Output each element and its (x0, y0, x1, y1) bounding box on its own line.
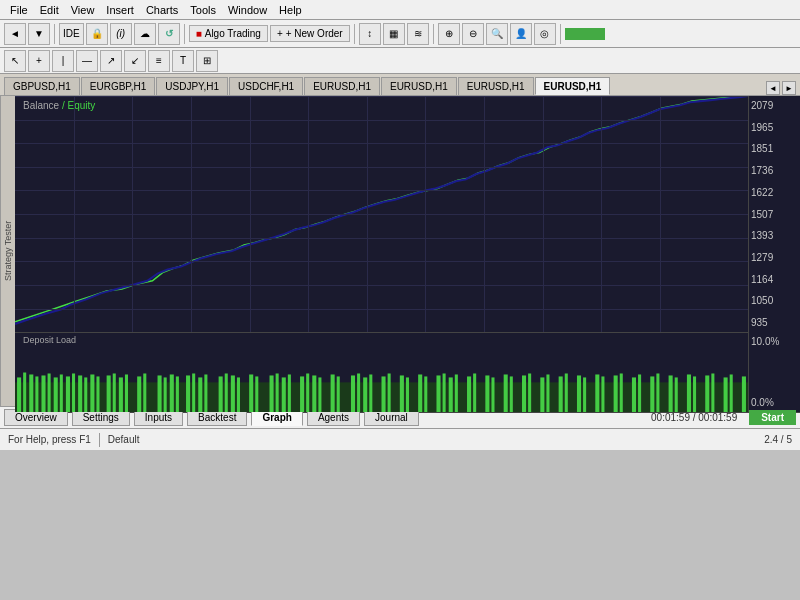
price-1279: 1279 (751, 252, 798, 263)
svg-rect-32 (249, 375, 253, 413)
info-btn[interactable]: (i) (110, 23, 132, 45)
svg-rect-79 (656, 374, 659, 413)
svg-rect-62 (504, 375, 508, 413)
time-display: 00:01:59 / 00:01:59 (651, 412, 737, 423)
svg-rect-87 (730, 375, 733, 413)
tab-eurusd2[interactable]: EURUSD,H1 (381, 77, 457, 95)
profile-btn[interactable]: 👤 (510, 23, 532, 45)
price-1507: 1507 (751, 209, 798, 220)
svg-rect-81 (675, 378, 678, 413)
new-order-btn[interactable]: + + New Order (270, 25, 350, 42)
svg-rect-56 (449, 378, 453, 413)
wave-btn[interactable]: ≋ (407, 23, 429, 45)
menu-window[interactable]: Window (222, 2, 273, 18)
crosshair-btn[interactable]: + (28, 50, 50, 72)
text-btn[interactable]: T (172, 50, 194, 72)
tab-next-btn[interactable]: ► (782, 81, 796, 95)
ide-btn[interactable]: IDE (59, 23, 84, 45)
back-btn[interactable]: ◄ (4, 23, 26, 45)
tab-eurgbp[interactable]: EURGBP,H1 (81, 77, 156, 95)
hline-btn[interactable]: — (76, 50, 98, 72)
svg-rect-11 (84, 378, 87, 413)
svg-rect-9 (72, 374, 75, 413)
shapes-btn[interactable]: ⊞ (196, 50, 218, 72)
grid-h9 (15, 285, 748, 286)
trendline-btn[interactable]: ↗ (100, 50, 122, 72)
svg-rect-86 (724, 378, 728, 413)
svg-rect-28 (219, 377, 223, 413)
svg-rect-13 (96, 377, 99, 413)
svg-rect-82 (687, 375, 691, 413)
tab-gbpusd[interactable]: GBPUSD,H1 (4, 77, 80, 95)
algo-trading-btn[interactable]: ■ Algo Trading (189, 25, 268, 42)
equity-line (15, 96, 748, 322)
lock-btn[interactable]: 🔒 (86, 23, 108, 45)
menu-tools[interactable]: Tools (184, 2, 222, 18)
menu-view[interactable]: View (65, 2, 101, 18)
svg-rect-78 (650, 377, 654, 413)
tab-navigation: ◄ ► (766, 81, 796, 95)
menu-file[interactable]: File (4, 2, 34, 18)
svg-rect-63 (510, 377, 513, 413)
tab-prev-btn[interactable]: ◄ (766, 81, 780, 95)
cloud-btn[interactable]: ☁ (134, 23, 156, 45)
svg-rect-55 (443, 374, 446, 413)
status-bar: For Help, press F1 Default 2.4 / 5 (0, 428, 800, 450)
svg-rect-46 (363, 378, 367, 413)
level-indicator (565, 28, 605, 40)
channel-btn[interactable]: ↙ (124, 50, 146, 72)
svg-rect-88 (742, 377, 746, 413)
arrows-btn[interactable]: ↕ (359, 23, 381, 45)
svg-rect-26 (198, 378, 202, 413)
cursor-btn[interactable]: ↖ (4, 50, 26, 72)
menu-help[interactable]: Help (273, 2, 308, 18)
grid-v2 (132, 96, 133, 332)
level-btn[interactable]: ◎ (534, 23, 556, 45)
grid-h5 (15, 190, 748, 191)
start-button[interactable]: Start (749, 410, 796, 425)
svg-rect-35 (276, 374, 279, 413)
svg-rect-77 (638, 375, 641, 413)
tab-eurusd1[interactable]: EURUSD,H1 (304, 77, 380, 95)
svg-rect-49 (388, 374, 391, 413)
svg-rect-6 (54, 378, 58, 413)
svg-rect-27 (204, 375, 207, 413)
zoom-out-btn[interactable]: ⊖ (462, 23, 484, 45)
svg-rect-10 (78, 376, 82, 413)
svg-rect-7 (60, 375, 63, 413)
tab-usdjpy[interactable]: USDJPY,H1 (156, 77, 228, 95)
grid-v8 (484, 96, 485, 332)
refresh-btn[interactable]: ↺ (158, 23, 180, 45)
svg-rect-40 (312, 376, 316, 413)
svg-rect-66 (540, 378, 544, 413)
sep4 (433, 24, 434, 44)
menu-insert[interactable]: Insert (100, 2, 140, 18)
tab-usdchf[interactable]: USDCHF,H1 (229, 77, 303, 95)
grid-v9 (543, 96, 544, 332)
deposit-scale: 10.0% 0.0% (748, 332, 800, 412)
grid-h2 (15, 120, 748, 121)
zoom-in-btn[interactable]: ⊕ (438, 23, 460, 45)
search-btn[interactable]: 🔍 (486, 23, 508, 45)
deposit-level-low: 0.0% (751, 397, 798, 408)
svg-rect-19 (143, 374, 146, 413)
deposit-chart[interactable]: Deposit Load (15, 332, 748, 412)
price-1164: 1164 (751, 274, 798, 285)
dropdown-btn[interactable]: ▼ (28, 23, 50, 45)
deposit-svg (15, 333, 748, 412)
grid-h8 (15, 261, 748, 262)
tab-eurusd3[interactable]: EURUSD,H1 (458, 77, 534, 95)
svg-rect-76 (632, 378, 636, 413)
menu-edit[interactable]: Edit (34, 2, 65, 18)
menu-charts[interactable]: Charts (140, 2, 184, 18)
chart-area: Strategy Tester Balance / Equity (0, 96, 800, 406)
svg-rect-54 (436, 376, 440, 413)
vline-btn[interactable]: | (52, 50, 74, 72)
tab-eurusd4[interactable]: EURUSD,H1 (535, 77, 611, 95)
svg-rect-24 (186, 376, 190, 413)
chart-btn[interactable]: ▦ (383, 23, 405, 45)
menu-bar: File Edit View Insert Charts Tools Windo… (0, 0, 800, 20)
deposit-label: Deposit Load (23, 335, 76, 345)
equidistant-btn[interactable]: ≡ (148, 50, 170, 72)
main-chart[interactable]: Balance / Equity (15, 96, 748, 332)
